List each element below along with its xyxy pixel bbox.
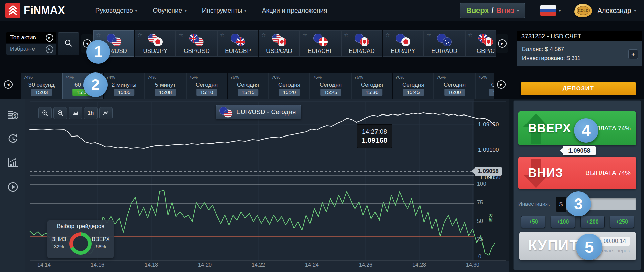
timeframe-tab[interactable]: 76%Сегодня15:25 [310, 73, 351, 99]
logo-text[interactable]: FiNMAX [24, 4, 65, 17]
zoom-out-button[interactable] [53, 107, 67, 119]
nav-item[interactable]: Руководство▾ [95, 7, 137, 14]
currency-prefix: $ [556, 197, 566, 212]
asset-tab[interactable]: ☆USD/CAD [259, 30, 300, 57]
statistics-icon[interactable] [4, 154, 21, 171]
asset-tab[interactable]: ☆GBP/C [465, 30, 496, 57]
timeframe-tab[interactable]: 74%30 секунд15:03 [21, 73, 62, 99]
asset-tab[interactable]: ☆EUR/GBP [217, 30, 258, 57]
payout-percent-label: 76% [354, 75, 363, 80]
timeframe-tab[interactable]: 76%Сег16 [475, 73, 494, 99]
investment-label: Инвестиция: [518, 201, 550, 207]
timeframe-label: Сегодня [352, 82, 392, 88]
chevron-down-icon: ▾ [185, 8, 187, 13]
updown-down-label: Вниз [496, 6, 515, 15]
quick-amount-button[interactable]: +200 [580, 216, 605, 228]
nav-item[interactable]: Инструменты▾ [202, 7, 246, 14]
pair-flags-icon [189, 34, 204, 47]
favorite-star-icon[interactable]: ☆ [344, 32, 348, 38]
finmax-logo-icon[interactable] [5, 3, 20, 18]
timeframe-tab[interactable]: 74%2 минуты15:05 [104, 73, 145, 99]
chart-title-badge: EUR/USD - Сегодня [216, 105, 301, 119]
pair-flags-icon [313, 34, 328, 47]
asset-tab[interactable]: ☆EUR/JPY [383, 30, 424, 57]
traders-choice-widget: Выбор трейдеров ВНИЗ 32% ВВЕРХ 68% [47, 220, 114, 258]
favorite-star-icon[interactable]: ☆ [303, 32, 307, 38]
pair-flags-icon [396, 34, 411, 47]
time-axis-label: 14:28 [412, 262, 426, 268]
timeframe-tab[interactable]: 76%Сегодня15:15 [228, 73, 269, 99]
favorite-star-icon[interactable]: ☆ [96, 32, 101, 38]
strike-price-badge: 1.09058 [563, 146, 596, 155]
asset-search-button[interactable] [58, 32, 79, 55]
add-funds-button[interactable]: + [628, 49, 638, 59]
timeframe-tab[interactable]: 74%5 минут15:08 [145, 73, 186, 99]
asset-tab-label: EUR/GBP [218, 48, 258, 55]
top-assets-button[interactable]: Топ актив ▶ [6, 32, 56, 43]
payout-percent-label: 74% [106, 75, 115, 80]
rsi-axis-label: 75 [477, 200, 483, 206]
updown-separator: / [492, 6, 494, 15]
timeframe-tab[interactable]: 76%Сегодня15:10 [186, 73, 227, 99]
quick-amount-button[interactable]: +250 [610, 216, 634, 228]
deposit-button[interactable]: ДЕПОЗИТ [521, 82, 636, 95]
favorite-star-icon[interactable]: ☆ [220, 32, 224, 38]
chevron-down-icon: ▾ [517, 8, 519, 13]
timeframe-tab[interactable]: 76%Сегодня15:30 [351, 73, 392, 99]
asset-tab-label: USD/JPY [135, 48, 175, 55]
balance-value: Баланс: $ 4 567 [522, 45, 637, 54]
zoom-in-button[interactable] [38, 107, 52, 119]
nav-item[interactable]: Акции и предложения [262, 7, 327, 14]
pair-flags-icon [148, 34, 163, 47]
favorite-star-icon[interactable]: ☆ [468, 32, 472, 38]
favorite-star-icon[interactable]: ☆ [427, 32, 431, 38]
payout-percent-label: 76% [313, 75, 322, 80]
asset-tab[interactable]: ☆EUR/CAD [341, 30, 382, 57]
payouts-icon[interactable]: $ [4, 106, 21, 123]
favorite-star-icon[interactable]: ☆ [261, 32, 266, 38]
favorite-star-icon[interactable]: ☆ [137, 32, 142, 38]
timeframe-label: Сег [476, 82, 494, 88]
video-tutorials-icon[interactable] [4, 179, 21, 195]
put-down-button[interactable]: ВНИЗ ВЫПЛАТА 74% [518, 157, 636, 189]
quick-amount-button[interactable]: +100 [551, 216, 575, 228]
timeframe-tab[interactable]: 76%Сегодня15:45 [393, 73, 434, 99]
nav-item-label: Обучение [153, 7, 182, 14]
time-axis-label: 14:20 [198, 262, 212, 268]
asset-tab-label: USD/CAD [259, 48, 299, 55]
timeframes-scroll-left-button[interactable]: ◀ [4, 80, 13, 89]
nav-item-label: Инструменты [202, 7, 242, 14]
history-icon[interactable] [4, 130, 21, 147]
asset-tab[interactable]: ☆USD/JPY [135, 30, 176, 57]
favorite-star-icon[interactable]: ☆ [179, 32, 183, 38]
asset-tab[interactable]: ☆EUR/CHF [300, 30, 341, 57]
expiry-time-badge: 15:20 [279, 89, 300, 96]
traders-choice-down: ВНИЗ 32% [51, 236, 66, 250]
asset-tab[interactable]: ☆GBP/USD [176, 30, 217, 57]
pair-flags-icon [231, 34, 245, 47]
timeframe-tab[interactable]: 76%Сегодня16:00 [434, 73, 475, 99]
updown-quick-button[interactable]: Вверх / Вниз ▾ [460, 3, 525, 18]
quick-amount-button[interactable]: +50 [521, 216, 545, 228]
expiry-time-badge: 15:30 [362, 89, 383, 96]
price-tooltip: 14:27:08 1.09168 [357, 124, 392, 148]
user-menu[interactable]: Александр ▾ [597, 7, 636, 15]
annotation-circle-2: 2 [83, 72, 108, 97]
area-chart-type-button[interactable] [69, 107, 82, 119]
favorites-button[interactable]: Избран-е ▶ [6, 44, 56, 55]
timeframes-scroll-right-button[interactable]: ▶ [497, 80, 506, 89]
asset-tab[interactable]: ☆EUR/AUD [424, 30, 465, 57]
timeframe-label: Сегодня [434, 82, 475, 88]
expiry-time-badge: 15:08 [155, 89, 176, 96]
svg-text:$: $ [14, 113, 16, 119]
line-chart-type-button[interactable] [99, 107, 113, 119]
assets-scroll-right-button[interactable]: ▶ [496, 34, 508, 53]
language-selector[interactable]: ▾ [540, 5, 561, 16]
price-axis-label: 1.09150 [478, 121, 499, 128]
nav-item[interactable]: Обучение▾ [153, 7, 186, 14]
timeframe-tab[interactable]: 76%Сегодня15:20 [269, 73, 310, 99]
quick-amount-buttons: +50+100+200+250 [521, 216, 634, 228]
asset-tab-label: GBP/C [466, 48, 496, 55]
interval-button[interactable]: 1h [84, 107, 98, 119]
favorite-star-icon[interactable]: ☆ [385, 32, 390, 38]
